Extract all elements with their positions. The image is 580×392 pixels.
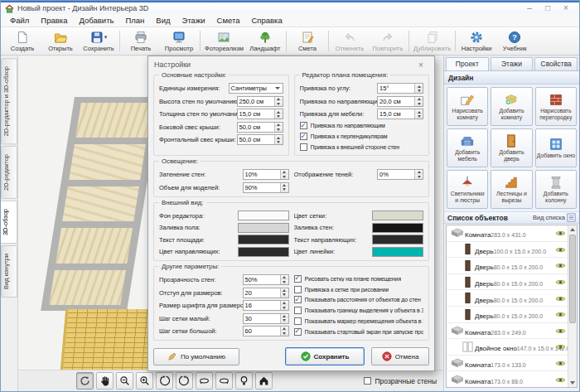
scroll-thumb[interactable] <box>569 235 576 323</box>
object-row-window[interactable]: Двойное окно147.0 x 15.0 x 142.0 <box>447 339 577 356</box>
visibility-eye-icon[interactable] <box>555 291 566 306</box>
area-text-swatch[interactable] <box>238 235 289 244</box>
close-button[interactable]: × <box>557 2 575 14</box>
snap-guides-check[interactable]: Привязка по направляющим <box>300 121 424 132</box>
zoom-out-button[interactable] <box>116 372 133 390</box>
object-row-door[interactable]: Дверь80.0 x 15.0 x 200.0 <box>447 290 577 307</box>
wall-transparency-input[interactable]: 50% <box>243 274 289 285</box>
menu-view[interactable]: Вид <box>150 14 176 27</box>
dialog-title-bar[interactable]: Настройки × <box>148 56 434 73</box>
visibility-eye-icon[interactable] <box>555 307 566 322</box>
grid-step-large-input[interactable]: 60 <box>243 326 289 336</box>
home-view-button[interactable] <box>255 372 273 390</box>
draw-grid-check[interactable]: Рисовать сетку на плане помещения <box>294 273 424 284</box>
snap-outer-wall-check[interactable]: Привязка к внешней стороне стен <box>300 142 424 152</box>
guide-snap-input[interactable]: 20,0 см <box>377 96 423 107</box>
show-selection-border-check[interactable]: Показывать границу выделения у объекта в… <box>294 305 424 316</box>
tab-project[interactable]: Проект <box>446 57 489 70</box>
snap-grid-check[interactable]: Привязка к сетке при рисовании <box>294 284 424 295</box>
menu-floors[interactable]: Этажи <box>176 14 211 27</box>
visibility-eye-icon[interactable] <box>555 339 566 354</box>
spinner[interactable] <box>280 170 288 179</box>
rotate-left-button[interactable] <box>156 372 173 390</box>
add-door-button[interactable]: Добавить дверь <box>491 128 532 167</box>
object-row-door[interactable]: Дверь100.0 x 15.0 x 200.0 <box>447 242 577 259</box>
menu-plan[interactable]: План <box>119 14 150 27</box>
visibility-eye-icon[interactable] <box>555 323 566 338</box>
dialog-close-icon[interactable]: × <box>413 60 428 70</box>
visibility-eye-icon[interactable] <box>555 274 566 289</box>
visibility-eye-icon[interactable] <box>555 372 566 387</box>
new-button[interactable]: Создать <box>3 28 41 54</box>
show-start-screen-check[interactable]: Показывать стартовый экран при запуске п… <box>294 327 424 337</box>
spinner[interactable] <box>414 97 423 106</box>
grid-step-small-input[interactable]: 30 <box>243 313 289 324</box>
object-row-door[interactable]: Дверь80.0 x 15.0 x 200.0 <box>447 307 577 323</box>
lighting-button[interactable] <box>235 372 253 390</box>
side-overhang-input[interactable]: 50,0 см <box>237 122 283 133</box>
units-select[interactable]: Сантиметры <box>229 83 283 94</box>
settings-button[interactable]: Настройки <box>457 28 495 54</box>
object-row-door[interactable]: Дверь80.0 x 15.0 x 200.0 <box>447 274 577 291</box>
snap-perpendicular-check[interactable]: Привязка к перпендикулярам <box>300 131 424 142</box>
front-overhang-input[interactable]: 50,0 см <box>237 134 283 145</box>
zoom-in-button[interactable] <box>136 372 153 390</box>
save-dropdown-caret[interactable]: ▾ <box>104 34 108 41</box>
spinner[interactable] <box>280 301 288 310</box>
spinner[interactable] <box>280 183 288 192</box>
add-room-button[interactable]: Добавить комнату <box>491 87 532 126</box>
tab-properties[interactable]: Свойства <box>534 57 578 70</box>
objects-scrollbar[interactable] <box>568 225 577 387</box>
dimension-font-input[interactable]: 16 <box>243 300 289 311</box>
draw-room-button[interactable]: Нарисовать комнату <box>447 87 488 126</box>
estimate-button[interactable]: Смета <box>288 28 326 54</box>
open-button[interactable]: Открыть <box>41 28 80 54</box>
pan-button[interactable] <box>96 372 114 390</box>
defaults-button[interactable]: По умолчанию <box>153 348 239 365</box>
dialog-save-button[interactable]: Сохранить <box>285 347 365 365</box>
spinner[interactable] <box>274 97 283 106</box>
spinner[interactable] <box>280 275 288 284</box>
lights-button[interactable]: Светильники и люстры <box>447 170 488 209</box>
object-row-room[interactable]: Комната173.0 x 133.0 <box>447 356 577 372</box>
add-window-button[interactable]: Добавить окно <box>535 128 577 167</box>
rotate-360-button[interactable] <box>76 372 94 390</box>
rotate-right-button[interactable] <box>176 372 193 390</box>
guides-color-swatch[interactable] <box>238 247 289 257</box>
guides-text-swatch[interactable] <box>372 235 423 244</box>
spinner[interactable] <box>280 314 288 323</box>
tab-2d-3d[interactable]: 2D-редактор и 3D-обзор <box>1 58 17 144</box>
furniture-snap-input[interactable]: 15,0 см <box>377 109 423 119</box>
model-volume-input[interactable]: 90% <box>243 182 289 193</box>
wall-shading-input[interactable]: 10% <box>243 169 289 180</box>
spinner[interactable] <box>414 84 423 93</box>
visibility-eye-icon[interactable] <box>555 356 566 370</box>
transparent-walls-toggle[interactable]: Прозрачные стены <box>364 377 437 385</box>
floor-fill-swatch[interactable] <box>238 223 289 233</box>
spinner[interactable] <box>274 109 283 119</box>
ruler-color-swatch[interactable] <box>372 247 423 257</box>
landscape-button[interactable]: Ландшафт <box>246 28 284 54</box>
tab-2d-editor[interactable]: 2D-редактор <box>1 146 17 199</box>
menu-edit[interactable]: Правка <box>35 14 73 27</box>
dimension-offset-input[interactable]: 20 <box>243 288 289 298</box>
wall-height-input[interactable]: 250,0 см <box>237 96 283 107</box>
object-row-door[interactable]: Дверь80.0 x 15.0 x 200.0 <box>447 258 577 274</box>
orbit-left-button[interactable] <box>196 372 213 390</box>
stairs-button[interactable]: Лестницы и вырезы <box>491 170 532 209</box>
menu-add[interactable]: Добавить <box>73 14 119 27</box>
transparent-walls-checkbox[interactable] <box>364 377 371 385</box>
angle-snap-input[interactable]: 15° <box>377 83 423 94</box>
show-distances-check[interactable]: Показывать расстояния от объектов до сте… <box>294 294 424 305</box>
spinner[interactable] <box>280 327 288 336</box>
object-row-room[interactable]: Комната283.0 x 249.0 <box>447 323 577 340</box>
editor-bg-swatch[interactable] <box>238 211 289 220</box>
show-move-marker-check[interactable]: Показывать маркер перемещения объекта в … <box>294 316 424 327</box>
visibility-eye-icon[interactable] <box>555 242 566 257</box>
maximize-button[interactable]: □ <box>539 2 557 14</box>
object-row-room[interactable]: Комната283.0 x 431.0 <box>447 225 577 242</box>
menu-help[interactable]: Справка <box>245 14 288 27</box>
preview-button[interactable]: Просмотр <box>160 28 198 54</box>
shadows-input[interactable]: 0% <box>377 169 423 180</box>
list-view-icon[interactable] <box>567 213 576 222</box>
